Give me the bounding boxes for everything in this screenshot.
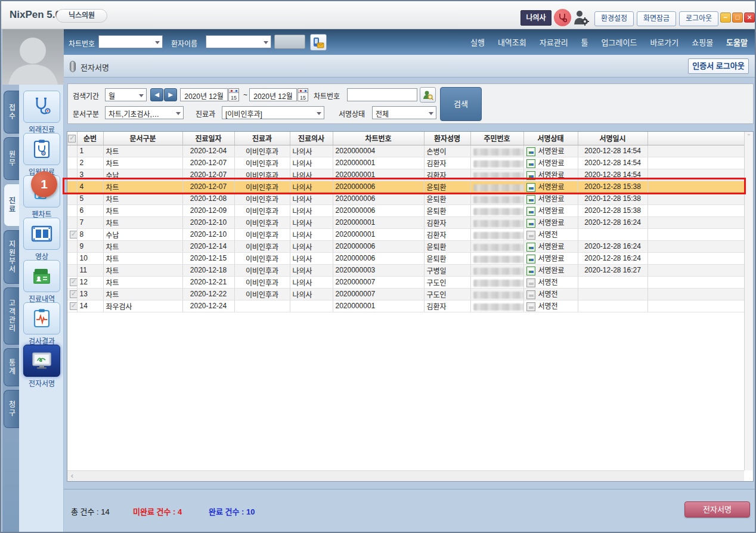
- date-from-field[interactable]: 2020년 12월: [180, 88, 228, 101]
- sidebar-tab[interactable]: 원무: [4, 137, 19, 180]
- table-row[interactable]: 11차트2020-12-18이비인후과나의사2020000003구병일서명완료2…: [67, 264, 745, 276]
- settings-button[interactable]: 환경설정: [594, 11, 634, 26]
- menu-item[interactable]: 실행: [470, 36, 485, 48]
- sidebar-item-7[interactable]: 전자서명: [23, 345, 61, 388]
- masked-jumin: [473, 184, 524, 191]
- table-cell-filler: [647, 264, 745, 276]
- table-row[interactable]: 6차트2020-12-09이비인후과나의사2020000006윤퇴환서명완료20…: [67, 204, 745, 216]
- sidebar-tab[interactable]: 접수: [4, 91, 19, 134]
- next-period-button[interactable]: ▶: [164, 88, 177, 101]
- menu-item[interactable]: 바로가기: [650, 36, 678, 48]
- table-cell: 나의사: [290, 204, 333, 216]
- table-cell-status: 서명완료: [523, 252, 578, 264]
- table-row[interactable]: 13차트2020-12-22이비인후과나의사2020000007구도인서명전: [67, 288, 745, 300]
- sidebar-item-4[interactable]: 영상: [23, 218, 61, 261]
- menu-item[interactable]: 툴: [581, 36, 588, 48]
- row-checkbox[interactable]: [70, 290, 77, 298]
- table-cell: 2020-12-07: [182, 169, 234, 181]
- sidebar-item-6[interactable]: 검사결과: [23, 302, 61, 346]
- doctor-status-icon[interactable]: [554, 9, 571, 26]
- masked-jumin: [473, 220, 524, 227]
- menu-item[interactable]: 자료관리: [540, 36, 568, 48]
- menu-item[interactable]: 쇼핑몰: [692, 36, 713, 48]
- column-header[interactable]: 차트번호: [333, 132, 424, 145]
- close-icon[interactable]: ✕: [744, 13, 755, 23]
- table-cell: 차트: [103, 276, 182, 288]
- cert-logout-button[interactable]: 인증서 로그아웃: [688, 58, 749, 74]
- menu-item[interactable]: 업그레이드: [602, 36, 637, 48]
- sidebar-item-2[interactable]: 입원진료: [23, 133, 61, 176]
- sidebar-item-5[interactable]: 진료내역: [23, 260, 61, 303]
- logout-button[interactable]: 로그아웃: [679, 11, 718, 26]
- table-cell-jumin-masked: [470, 204, 523, 216]
- sidebar-tab[interactable]: 지원부서: [4, 230, 19, 284]
- table-row[interactable]: 8수납2020-12-10이비인후과나의사2020000001김환자서명전: [67, 228, 745, 240]
- menu-item[interactable]: 내역조회: [498, 36, 526, 48]
- row-checkbox[interactable]: [70, 278, 77, 286]
- e-sign-button[interactable]: 전자서명: [684, 501, 750, 517]
- table-cell-filler: [647, 276, 745, 288]
- column-header[interactable]: 순번: [77, 132, 103, 145]
- user-settings-icon[interactable]: [572, 9, 589, 26]
- table-row[interactable]: 7차트2020-12-10이비인후과나의사2020000001김환자서명완료20…: [67, 216, 745, 228]
- column-header[interactable]: 문서구분: [103, 132, 182, 145]
- table-row[interactable]: 3수납2020-12-07이비인후과나의사2020000001김환자서명완료20…: [67, 169, 745, 181]
- row-checkbox[interactable]: [70, 302, 77, 310]
- column-header[interactable]: 서명상태: [523, 132, 578, 145]
- table-cell: 윤퇴환: [424, 204, 470, 216]
- column-header[interactable]: 진료과: [234, 132, 290, 145]
- lock-screen-button[interactable]: 화면잠금: [637, 11, 676, 26]
- table-cell: 2020-12-10: [182, 216, 234, 228]
- minimize-icon[interactable]: −: [720, 13, 731, 23]
- stamp-icon: [526, 219, 535, 228]
- dept-select[interactable]: [이비인후과]: [222, 106, 324, 119]
- table-cell: 김환자: [424, 216, 470, 228]
- sidebar-item-1[interactable]: 외래진료: [23, 91, 61, 134]
- doc-type-select[interactable]: 차트,기초검사,…: [105, 106, 184, 119]
- column-header[interactable]: 주민번호: [470, 132, 523, 145]
- search-button[interactable]: 검색: [440, 87, 482, 121]
- menu-item[interactable]: 도움말: [726, 36, 748, 48]
- sign-status-select[interactable]: 전체: [372, 106, 436, 119]
- stethoscope-icon: [23, 91, 60, 123]
- table-row[interactable]: 14좌우검사2020-12-242020000001김환자서명전: [67, 300, 745, 312]
- table-cell: 2020-12-28 16:27: [578, 264, 647, 276]
- sidebar-tab[interactable]: 청구: [4, 390, 19, 428]
- select-all-checkbox[interactable]: [68, 135, 76, 142]
- maximize-icon[interactable]: □: [732, 13, 743, 23]
- table-row[interactable]: 10차트2020-12-15이비인후과나의사2020000006윤퇴환서명완료2…: [67, 252, 745, 264]
- patient-search-button[interactable]: [420, 87, 436, 103]
- chart-no-input[interactable]: [347, 88, 417, 101]
- sidebar-tab[interactable]: 고객관리: [4, 287, 19, 345]
- calendar-icon[interactable]: 15: [228, 88, 239, 101]
- table-row[interactable]: 5차트2020-12-08이비인후과나의사2020000006윤퇴환서명완료20…: [67, 193, 745, 204]
- table-cell: 2020-12-28 14:54: [578, 157, 647, 169]
- table-row[interactable]: 1차트2020-12-04이비인후과나의사2020000004손병이서명완료20…: [67, 145, 745, 157]
- table-cell: 윤퇴환: [424, 181, 470, 193]
- column-header[interactable]: 서명일시: [578, 132, 647, 145]
- table-row[interactable]: 9차트2020-12-14이비인후과나의사2020000006윤퇴환서명완료20…: [67, 240, 745, 252]
- vertical-scrollbar[interactable]: ⌃: [744, 132, 753, 470]
- column-header[interactable]: 진료의사: [290, 132, 333, 145]
- table-row[interactable]: 2차트2020-12-07이비인후과나의사2020000001김환자서명완료20…: [67, 157, 745, 169]
- date-to-field[interactable]: 2020년 12월: [249, 88, 297, 101]
- table-cell: [578, 276, 647, 288]
- period-select[interactable]: 월: [105, 88, 147, 101]
- sidebar-tab[interactable]: 진료: [4, 184, 19, 227]
- sms-send-button[interactable]: [310, 34, 327, 51]
- table-cell: 이비인후과: [234, 145, 290, 157]
- sidebar-tab[interactable]: 통계: [4, 348, 19, 386]
- column-header[interactable]: 환자성명: [424, 132, 470, 145]
- chart-no-combo[interactable]: [98, 35, 163, 48]
- calendar-icon[interactable]: 15: [298, 88, 308, 101]
- horizontal-scrollbar[interactable]: ‹: [67, 470, 744, 481]
- row-checkbox[interactable]: [70, 231, 77, 238]
- table-cell: 차트: [103, 240, 182, 252]
- toolbar-disabled-button[interactable]: [274, 35, 305, 49]
- patient-name-combo[interactable]: [206, 35, 271, 48]
- prev-period-button[interactable]: ◀: [150, 88, 163, 101]
- table-row[interactable]: 4차트2020-12-07이비인후과나의사2020000006윤퇴환서명완료20…: [67, 181, 745, 193]
- column-header[interactable]: 진료일자: [182, 132, 234, 145]
- table-row[interactable]: 12차트2020-12-21이비인후과나의사2020000007구도인서명전: [67, 276, 745, 288]
- table-cell: 나의사: [290, 216, 333, 228]
